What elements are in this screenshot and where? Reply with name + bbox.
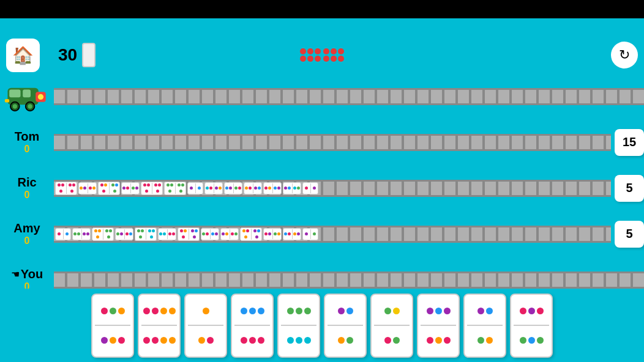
hand-tile-0[interactable] (91, 294, 134, 358)
home-button[interactable]: 🏠 (6, 39, 40, 72)
header: 🏠 30 ↻ (0, 37, 644, 73)
ric-track (54, 168, 611, 208)
hand-tile-4[interactable] (277, 294, 320, 358)
ric-badge: 5 (615, 175, 644, 202)
svg-point-8 (37, 94, 43, 100)
hand-tile-5[interactable] (324, 294, 367, 358)
player-row-amy: Amy 0 5 (0, 211, 644, 257)
top-bar (0, 0, 644, 18)
player-name-you: You (21, 267, 43, 281)
player-label-tom: Tom 0 (0, 130, 54, 155)
tom-badge: 15 (615, 129, 644, 156)
hand-tile-8[interactable] (463, 294, 506, 358)
hand-tile-1[interactable] (138, 294, 181, 358)
refresh-button[interactable]: ↻ (611, 42, 638, 68)
amy-badge: 5 (615, 221, 644, 248)
players-area: Tom 0 15 Ric 0 5 Amy (0, 73, 644, 306)
score-number: 30 (58, 45, 77, 65)
score-area: 30 (58, 43, 95, 67)
svg-point-6 (28, 104, 32, 108)
svg-rect-9 (4, 99, 9, 103)
center-dots (300, 48, 344, 62)
svg-rect-1 (9, 90, 20, 98)
player-score-ric: 0 (0, 190, 54, 201)
svg-point-4 (12, 104, 17, 108)
hand-area (0, 289, 644, 362)
player-name-tom: Tom (0, 130, 54, 144)
hand-tile-6[interactable] (370, 294, 413, 358)
game-area: 🏠 30 ↻ (0, 18, 644, 362)
player-name-amy: Amy (0, 221, 54, 235)
tom-track (54, 122, 611, 162)
train-track (54, 76, 644, 116)
hand-tile-7[interactable] (417, 294, 460, 358)
player-score-amy: 0 (0, 235, 54, 246)
player-label-amy: Amy 0 (0, 221, 54, 246)
hand-tile-2[interactable] (184, 294, 227, 358)
you-arrow-icon: ☚ (11, 268, 20, 280)
player-row-ric: Ric 0 5 (0, 165, 644, 211)
hand-tile-9[interactable] (510, 294, 553, 358)
svg-rect-2 (23, 90, 31, 98)
player-score-tom: 0 (0, 144, 54, 155)
train-row (0, 73, 644, 119)
hand-tile-3[interactable] (231, 294, 274, 358)
player-name-ric: Ric (0, 175, 54, 190)
player-row-tom: Tom 0 15 (0, 119, 644, 165)
amy-track (54, 214, 611, 254)
score-tile (82, 43, 95, 67)
player-label-ric: Ric 0 (0, 175, 54, 201)
train-icon (0, 76, 54, 116)
